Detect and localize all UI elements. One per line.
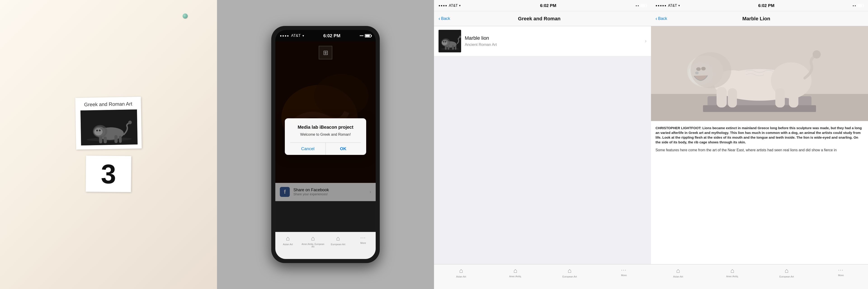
detail-text-area: CHRISTOPHER LIGHTFOOT: Lions became exti…	[651, 121, 868, 264]
svg-rect-5	[114, 135, 118, 143]
tab-asian-art-2[interactable]: ⌂ Asian Art	[275, 235, 301, 246]
back-button-4[interactable]: ‹ Back	[655, 16, 667, 22]
panel-detail: ●●●●● AT&T ▾ 6:02 PM ▪ ▪ ‹ Back Marble L…	[651, 0, 868, 289]
tab-label-amer-2: Amer./Antiq. European Art	[301, 243, 326, 248]
tab-home-icon-4c: ⌂	[785, 267, 789, 274]
physical-content: Greek and Roman Art	[76, 97, 141, 192]
tab-home-4c[interactable]: ⌂ European Art	[760, 267, 814, 278]
svg-rect-21	[452, 45, 454, 50]
svg-rect-46	[789, 87, 798, 107]
alert-buttons: Cancel OK	[290, 143, 361, 155]
svg-point-41	[695, 72, 699, 74]
tab-home-icon-3c: ⌂	[568, 267, 572, 274]
svg-rect-20	[447, 46, 450, 50]
panel-list: ●●●● AT&T ▾ 6:02 PM ▪ ▪ ‹ Back Greek and…	[434, 0, 651, 289]
tab-european-2[interactable]: ⌂ European Art	[326, 235, 350, 246]
svg-rect-45	[775, 88, 785, 107]
nav-bar-3: ‹ Back Greek and Roman	[434, 11, 651, 26]
greek-roman-card: Greek and Roman Art	[75, 97, 142, 149]
list-text-marble-lion: Marble lion Ancient Roman Art	[465, 35, 641, 47]
tab-home-4b[interactable]: ⌂ Amer./Antiq.	[705, 267, 760, 278]
ok-button[interactable]: OK	[326, 143, 361, 155]
tab-label-4c: European Art	[779, 275, 794, 278]
iphone-frame: ●●●● AT&T ▾ 6:02 PM ▪▪▪ ⊞	[271, 26, 380, 263]
time-4: 6:02 PM	[758, 3, 774, 8]
tab-amer-3[interactable]: ⌂ Amer./Antiq.	[488, 267, 542, 278]
svg-point-27	[445, 41, 446, 42]
list-item-subtitle-marble-lion: Ancient Roman Art	[465, 42, 641, 47]
nav-title-3: Greek and Roman	[518, 16, 561, 22]
tab-label-4b: Amer./Antiq.	[726, 275, 739, 278]
tab-label-3b: Amer./Antiq.	[509, 275, 522, 278]
carrier-3: AT&T	[449, 4, 458, 8]
list-item-title-marble-lion: Marble lion	[465, 35, 641, 41]
svg-point-25	[442, 41, 447, 45]
card-image	[81, 109, 138, 145]
tab-more-label-3: More	[621, 274, 627, 277]
detail-image-marble-lion	[651, 26, 868, 121]
cell-4: ▪ ▪	[852, 4, 856, 7]
svg-point-44	[813, 50, 821, 59]
tab-label-more-2: More	[360, 242, 366, 244]
back-label-4: Back	[658, 16, 667, 21]
svg-rect-43	[728, 88, 737, 107]
svg-point-40	[701, 67, 706, 70]
time-2: 6:02 PM	[323, 33, 340, 38]
tab-label-asian-2: Asian Art	[283, 243, 293, 246]
wifi-2: ▾	[303, 34, 304, 37]
cell-3: ▪ ▪	[636, 4, 639, 7]
card-title: Greek and Roman Art	[80, 101, 136, 107]
status-right-4: ▪ ▪	[852, 4, 864, 7]
app-bg-content: ⊞ f	[275, 41, 376, 259]
back-button-3[interactable]: ‹ Back	[438, 16, 450, 22]
signal-dots-2: ●●●●	[280, 34, 289, 37]
status-bar-2: ●●●● AT&T ▾ 6:02 PM ▪▪▪	[275, 30, 376, 41]
tab-label-3c: European Art	[562, 275, 577, 278]
status-right-2: ▪▪▪	[360, 34, 371, 38]
tab-home-icon-4b: ⌂	[731, 267, 735, 274]
svg-rect-4	[103, 137, 107, 143]
svg-rect-22	[455, 46, 456, 50]
tab-home-4a[interactable]: ⌂ Asian Art	[651, 267, 705, 278]
list-item-chevron: ›	[645, 38, 647, 44]
status-left-2: ●●●● AT&T ▾	[280, 33, 304, 38]
panel-physical: Greek and Roman Art	[0, 0, 217, 289]
battery-2	[365, 34, 371, 37]
battery-3	[640, 4, 647, 7]
back-chevron-3: ‹	[438, 16, 440, 22]
tab-more-2[interactable]: ··· More	[350, 235, 376, 244]
alert-message: Welcome to Greek and Roman!	[290, 132, 361, 137]
tab-more-dots-2: ···	[360, 235, 366, 241]
alert-title: Media lab iBeacon project	[290, 124, 361, 130]
svg-point-38	[690, 52, 731, 88]
svg-point-39	[696, 67, 701, 71]
panel-iphone-dialog: ●●●● AT&T ▾ 6:02 PM ▪▪▪ ⊞	[217, 0, 434, 289]
tab-icon-home-3: ⌂	[311, 235, 315, 242]
tab-more-3[interactable]: ··· More	[597, 267, 651, 277]
status-bar-4: ●●●●● AT&T ▾ 6:02 PM ▪ ▪	[651, 0, 868, 11]
tab-bar-3: ⌂ Asian Art ⌂ Amer./Antiq. ⌂ European Ar…	[434, 264, 651, 289]
tack-decoration	[183, 13, 188, 19]
back-label-3: Back	[441, 16, 450, 21]
list-item-marble-lion[interactable]: Marble lion Ancient Roman Art ›	[434, 26, 651, 56]
svg-rect-6	[119, 136, 122, 143]
tab-more-4[interactable]: ··· More	[814, 267, 868, 277]
number-card: 3	[86, 155, 131, 192]
tab-home-3[interactable]: ⌂ Asian Art	[434, 267, 488, 278]
cancel-button[interactable]: Cancel	[290, 143, 326, 155]
nav-bar-4: ‹ Back Marble Lion	[651, 11, 868, 26]
carrier-2: AT&T	[291, 33, 301, 38]
wifi-4: ▾	[678, 4, 680, 7]
svg-rect-42	[717, 87, 727, 107]
tab-home-icon-3b: ⌂	[514, 267, 518, 274]
detail-body-text: Some features here come from the art of …	[655, 147, 864, 153]
number-three: 3	[95, 160, 122, 187]
tab-icon-home-2: ⌂	[286, 235, 290, 242]
detail-lion-svg	[651, 26, 868, 121]
dots-4: ●●●●●	[655, 4, 666, 7]
tab-icon-home-4: ⌂	[336, 235, 340, 242]
tab-bar-2: ⌂ Asian Art ⌂ Amer./Antiq. European Art …	[275, 232, 376, 259]
tab-eu-3[interactable]: ⌂ European Art	[542, 267, 597, 278]
tab-label-european-2: European Art	[331, 243, 345, 246]
tab-amer-2[interactable]: ⌂ Amer./Antiq. European Art	[301, 235, 326, 248]
